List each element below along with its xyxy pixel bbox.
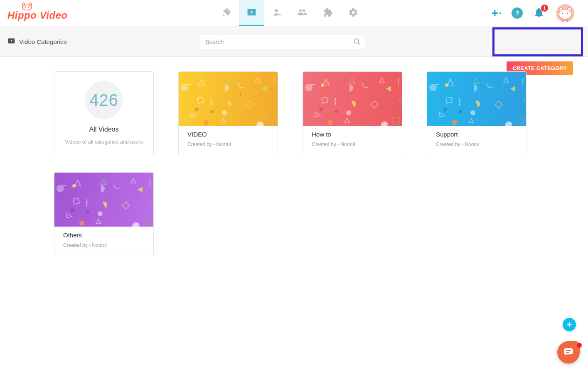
chat-widget-button[interactable] (557, 341, 580, 364)
page-title: Video Categories (19, 38, 67, 45)
page-toolbar: Video Categories CREATE CATEGORY (0, 26, 588, 57)
video-categories-title-icon (7, 37, 15, 46)
video-categories-page: Hippo Video (0, 0, 588, 371)
nav-actions: + ▾ ? 1 (492, 0, 574, 26)
category-created-by: Created by - Noorul (187, 142, 269, 147)
notifications-button[interactable]: 1 (533, 6, 546, 20)
category-card-how-to[interactable]: How to Created by - Noorul (303, 71, 402, 155)
search-input[interactable] (199, 34, 365, 49)
category-title: Support (436, 131, 517, 138)
rocket-icon (221, 7, 231, 19)
plus-icon: + (492, 7, 498, 19)
hippo-avatar-icon (556, 4, 574, 22)
nav-tab-getting-started[interactable] (214, 0, 239, 26)
category-card-others[interactable]: Others Created by - Noorul (54, 172, 154, 256)
search-bar (199, 34, 365, 49)
nav-tab-teams[interactable] (290, 0, 315, 26)
video-categories-icon (246, 7, 257, 19)
top-navigation-bar: Hippo Video (0, 0, 588, 26)
user-avatar[interactable] (556, 4, 574, 22)
category-thumbnail (427, 72, 526, 126)
category-thumbnail (179, 72, 278, 126)
logo-text: Hippo Video (7, 10, 68, 21)
all-videos-title: All Videos (54, 126, 153, 133)
main-nav-tabs (214, 0, 366, 26)
category-title: How to (312, 131, 393, 138)
page-title-wrap: Video Categories (7, 26, 67, 57)
category-title: Others (63, 232, 145, 239)
bell-icon (533, 13, 545, 20)
video-count: 426 (89, 91, 118, 110)
settings-icon (348, 7, 358, 19)
hippo-video-logo[interactable]: Hippo Video (7, 0, 68, 26)
integrations-icon (323, 7, 333, 19)
category-created-by: Created by - Noorul (436, 142, 517, 147)
search-icon[interactable] (353, 37, 361, 47)
nav-tab-video-categories[interactable] (239, 0, 264, 26)
category-title: VIDEO (187, 131, 269, 138)
category-thumbnail (303, 72, 402, 126)
teams-icon (297, 7, 308, 19)
chevron-down-icon: ▾ (499, 11, 501, 15)
notification-badge: 1 (541, 5, 548, 12)
user-video-icon (272, 7, 282, 19)
help-button[interactable]: ? (512, 7, 523, 19)
all-videos-card[interactable]: 426 All Videos Videos of all categories … (54, 71, 154, 155)
add-fab-button[interactable]: + (563, 318, 576, 331)
category-thumbnail (54, 173, 153, 227)
hippo-head-icon (20, 2, 34, 12)
nav-tab-user-videos[interactable] (264, 0, 290, 26)
all-videos-subtitle: Videos of all categories and users (54, 139, 153, 145)
chat-bubble-icon (563, 347, 574, 358)
category-card-support[interactable]: Support Created by - Noorul (427, 71, 526, 155)
question-mark-icon: ? (515, 10, 519, 17)
nav-tab-integrations[interactable] (315, 0, 340, 26)
video-count-circle: 426 (85, 81, 123, 119)
create-menu-button[interactable]: + ▾ (492, 7, 501, 19)
category-created-by: Created by - Noorul (63, 242, 145, 248)
category-created-by: Created by - Noorul (312, 142, 393, 147)
nav-tab-settings[interactable] (340, 0, 366, 26)
category-card-video[interactable]: VIDEO Created by - Noorul (178, 71, 278, 155)
